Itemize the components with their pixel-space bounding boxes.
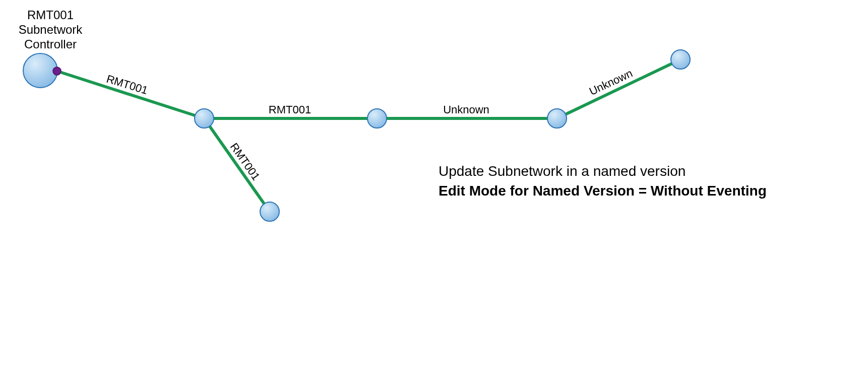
edge-label-e2: RMT001 <box>269 103 311 116</box>
controller-label: RMT001 Subnetwork Controller <box>10 8 91 51</box>
edge-label-e3: Unknown <box>443 103 489 116</box>
node-n4 <box>547 109 567 128</box>
svg-line-4 <box>204 118 270 212</box>
node-n2 <box>195 109 214 128</box>
svg-line-3 <box>557 59 680 118</box>
node-controller <box>23 53 57 88</box>
node-controller-dot <box>53 67 61 75</box>
edge-e5: RMT001 <box>204 118 270 212</box>
caption-line1: Update Subnetwork in a named version <box>439 161 767 181</box>
controller-label-line3: Controller <box>24 37 77 51</box>
svg-line-0 <box>57 71 204 118</box>
node-n5 <box>671 50 690 69</box>
node-n6 <box>260 202 279 221</box>
controller-label-line2: Subnetwork <box>19 23 83 36</box>
diagram-caption: Update Subnetwork in a named version Edi… <box>439 161 767 201</box>
edge-e4: Unknown <box>557 59 680 118</box>
edge-e1: RMT001 <box>57 71 204 118</box>
node-n3 <box>367 109 387 128</box>
controller-label-line1: RMT001 <box>27 8 74 22</box>
caption-line2: Edit Mode for Named Version = Without Ev… <box>439 181 767 201</box>
edge-e2: RMT001 <box>204 103 377 118</box>
edge-e3: Unknown <box>377 103 557 118</box>
